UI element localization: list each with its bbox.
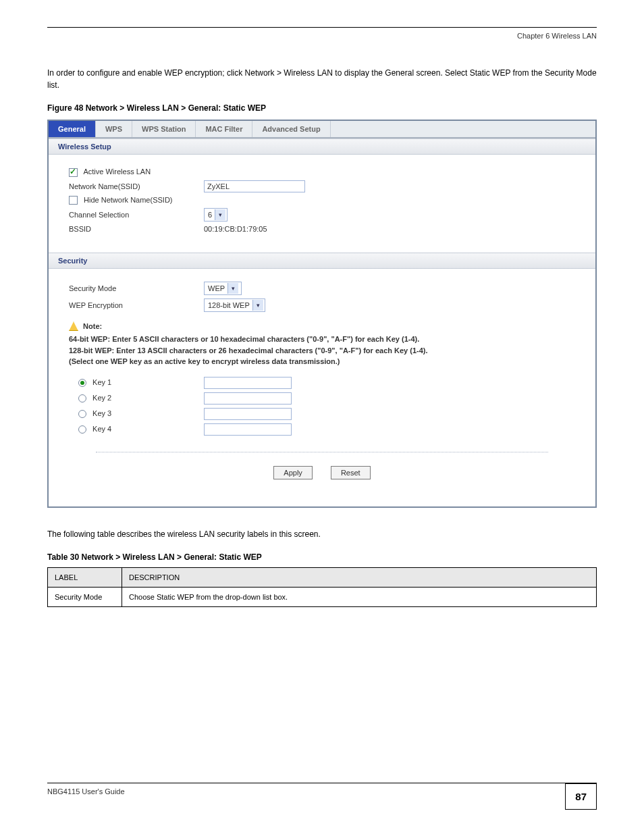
key3-input[interactable] (204, 408, 292, 420)
ssid-label: Network Name(SSID) (69, 182, 204, 190)
chevron-down-icon: ▾ (252, 300, 263, 311)
footer-doc-title: NBG4115 User's Guide (47, 787, 125, 796)
channel-select[interactable]: 6 ▾ (204, 208, 227, 221)
chapter-header: Chapter 6 Wireless LAN (47, 32, 597, 40)
router-ui-panel: General WPS WPS Station MAC Filter Advan… (47, 120, 597, 508)
table-cell-description: Choose Static WEP from the drop-down lis… (122, 587, 597, 606)
key1-radio[interactable] (78, 379, 86, 387)
chevron-down-icon: ▾ (215, 209, 225, 220)
channel-value: 6 (208, 211, 212, 219)
channel-label: Channel Selection (69, 211, 204, 219)
wireless-setup-header: Wireless Setup (49, 138, 595, 155)
active-wireless-label: Active Wireless LAN (83, 167, 151, 176)
table-header-description: DESCRIPTION (122, 567, 597, 587)
wep-encryption-label: WEP Encryption (69, 301, 204, 309)
figure-title: Figure 48 Network > Wireless LAN > Gener… (47, 103, 597, 113)
active-wireless-checkbox[interactable] (69, 168, 78, 177)
key1-input[interactable] (204, 377, 292, 389)
table-header-label: LABEL (48, 567, 122, 587)
hide-ssid-checkbox[interactable] (69, 196, 78, 205)
wep-encryption-select[interactable]: 128-bit WEP ▾ (204, 298, 265, 312)
table-row: Security Mode Choose Static WEP from the… (48, 587, 597, 606)
security-mode-label: Security Mode (69, 284, 204, 292)
intro-paragraph: In order to configure and enable WEP enc… (47, 67, 597, 91)
page-number: 87 (565, 783, 597, 810)
security-header: Security (49, 253, 595, 269)
table-cell-label: Security Mode (48, 587, 122, 606)
tab-general[interactable]: General (49, 121, 96, 137)
description-table: LABEL DESCRIPTION Security Mode Choose S… (47, 567, 597, 607)
security-mode-select[interactable]: WEP ▾ (204, 282, 242, 295)
key4-radio[interactable] (78, 425, 86, 434)
bssid-label: BSSID (69, 225, 204, 233)
hide-ssid-label: Hide Network Name(SSID) (84, 196, 172, 204)
tab-mac-filter[interactable]: MAC Filter (196, 121, 252, 137)
key3-label: Key 3 (92, 409, 111, 417)
key2-radio[interactable] (78, 394, 86, 402)
security-mode-value: WEP (208, 284, 225, 292)
table-title: Table 30 Network > Wireless LAN > Genera… (47, 552, 597, 562)
wep-encryption-value: 128-bit WEP (208, 301, 250, 309)
note-icon (69, 321, 78, 331)
note-line-3: (Select one WEP key as an active key to … (69, 356, 575, 367)
tab-advanced-setup[interactable]: Advanced Setup (252, 121, 330, 137)
tab-bar: General WPS WPS Station MAC Filter Advan… (49, 121, 595, 138)
note-line-1: 64-bit WEP: Enter 5 ASCII characters or … (69, 334, 575, 345)
key1-label: Key 1 (92, 378, 111, 386)
chevron-down-icon: ▾ (227, 283, 238, 294)
key3-radio[interactable] (78, 410, 86, 418)
tab-wps[interactable]: WPS (96, 121, 132, 137)
note-line-2: 128-bit WEP: Enter 13 ASCII characters o… (69, 345, 575, 357)
tab-wps-station[interactable]: WPS Station (132, 121, 196, 137)
apply-button[interactable]: Apply (273, 466, 313, 479)
post-figure-text: The following table describes the wirele… (47, 528, 597, 540)
bssid-value: 00:19:CB:D1:79:05 (204, 225, 575, 233)
reset-button[interactable]: Reset (331, 466, 371, 479)
key4-input[interactable] (204, 423, 292, 436)
key4-label: Key 4 (92, 425, 111, 433)
key2-input[interactable] (204, 392, 292, 405)
key2-label: Key 2 (92, 394, 111, 402)
note-label: Note: (83, 322, 102, 330)
ssid-input[interactable] (204, 180, 305, 192)
